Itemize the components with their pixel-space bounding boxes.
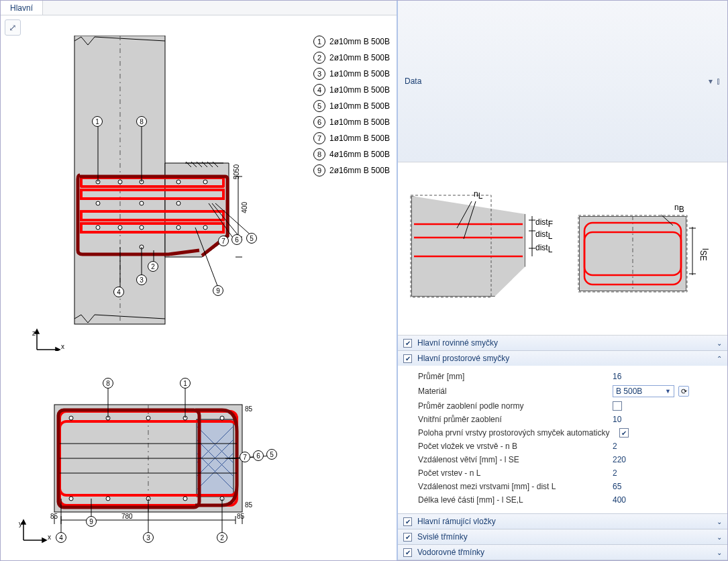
left-content: 12ø10mm B 500B 22ø10mm B 500B 31ø10mm B … — [1, 15, 397, 560]
svg-point-11 — [96, 225, 100, 230]
section-planar-loops: Hlavní rovinné smyčky ⌄ — [398, 336, 727, 351]
callout-num: 7 — [240, 452, 250, 462]
prop-row: Vzdálenost větví [mm] - l SE 220 — [418, 453, 722, 466]
section-checkbox[interactable] — [403, 354, 412, 363]
svg-rect-84 — [411, 195, 491, 297]
svg-point-10 — [176, 201, 180, 205]
legend-row: 31ø10mm B 500B — [313, 68, 390, 80]
section-header[interactable]: Svislé třmínky ⌄ — [398, 529, 727, 544]
axis-x2: x — [48, 533, 51, 541]
left-tab-bar: Hlavní — [1, 1, 397, 15]
prop-value-inner-radius[interactable]: 10 — [613, 415, 680, 424]
bend-radius-standard-checkbox[interactable] — [613, 401, 622, 411]
callout-num: 3 — [136, 274, 147, 285]
prop-label: Vzdálenost mezi vrstvami [mm] - dist L — [418, 482, 613, 491]
prop-label: Počet vrstev - n L — [418, 468, 613, 478]
legend-text: 1ø10mm B 500B — [329, 101, 390, 111]
auto-first-layer-checkbox[interactable] — [619, 428, 629, 438]
section-vertical-stirrups: Svislé třmínky ⌄ — [398, 529, 727, 545]
svg-point-60 — [220, 416, 224, 420]
tab-main[interactable]: Hlavní — [1, 1, 43, 15]
callout-num: 2 — [217, 532, 227, 543]
chevron-down-icon: ⌄ — [717, 533, 722, 541]
distF-label: distF — [535, 217, 553, 229]
distL1-label: distL — [535, 230, 552, 241]
dropdown-icon[interactable]: ▾ — [709, 76, 713, 86]
axis-y: y — [19, 520, 22, 527]
prop-row: Poloha první vrstvy prostorových smyček … — [418, 426, 722, 440]
section-checkbox[interactable] — [403, 339, 412, 348]
svg-point-61 — [69, 497, 73, 501]
legend-text: 1ø10mm B 500B — [329, 134, 390, 143]
pin-icon[interactable]: ⫿ — [717, 76, 721, 86]
svg-marker-81 — [42, 538, 46, 542]
section-body: Průměr [mm] 16 Materiál B 500B▼ ⟳ Průměr… — [398, 366, 727, 513]
prop-label: Počet vložek ve vrstvě - n B — [418, 442, 613, 451]
legend-text: 1ø10mm B 500B — [329, 85, 390, 95]
dim-85a: 85 — [50, 513, 58, 520]
chevron-down-icon: ⌄ — [717, 518, 722, 525]
svg-line-89 — [464, 201, 476, 239]
prop-row: Materiál B 500B▼ ⟳ — [418, 383, 722, 399]
svg-point-15 — [203, 225, 207, 230]
material-dropdown[interactable]: B 500B▼ — [613, 385, 674, 397]
lSE-label: lSE — [698, 248, 710, 261]
section-header[interactable]: Hlavní rovinné smyčky ⌄ — [398, 336, 727, 350]
figure-elevation: 1 8 2 3 4 9 7 6 5 400 5050 z x — [34, 36, 289, 351]
section-header[interactable]: Vodorovné třmínky ⌄ — [398, 545, 727, 560]
callout-num: 1 — [92, 116, 103, 127]
callout-num: 4 — [56, 532, 66, 543]
prop-value-lSEL[interactable]: 400 — [613, 495, 680, 505]
figure-plan: 8 1 7 6 5 4 9 3 2 780 85 85 85 85 y x — [21, 371, 289, 546]
svg-point-62 — [106, 497, 110, 501]
prop-row: Průměr [mm] 16 — [418, 370, 722, 383]
svg-point-58 — [146, 416, 150, 420]
section-framing-bars: Hlavní rámující vložky ⌄ — [398, 514, 727, 529]
prop-label: Poloha první vrstvy prostorových smyček … — [418, 428, 619, 438]
expand-view-button[interactable] — [5, 19, 21, 36]
legend-num: 8 — [313, 148, 325, 160]
section-checkbox[interactable] — [403, 517, 412, 526]
callout-num: 6 — [231, 234, 242, 245]
legend-num: 1 — [313, 36, 325, 48]
section-checkbox[interactable] — [403, 548, 412, 557]
refresh-button[interactable]: ⟳ — [678, 386, 689, 397]
prop-row: Vzdálenost mezi vrstvami [mm] - dist L 6… — [418, 480, 722, 493]
svg-marker-38 — [56, 348, 60, 351]
legend-num: 6 — [313, 116, 325, 128]
prop-row: Počet vložek ve vrstvě - n B 2 — [418, 440, 722, 453]
legend-num: 7 — [313, 132, 325, 144]
prop-label: Vzdálenost větví [mm] - l SE — [418, 455, 613, 464]
prop-value-nB[interactable]: 2 — [613, 442, 680, 451]
legend-row: 51ø10mm B 500B — [313, 100, 390, 112]
prop-value-diameter[interactable]: 16 — [613, 372, 680, 381]
callout-num: 4 — [113, 287, 124, 297]
legend-row: 71ø10mm B 500B — [313, 132, 390, 144]
legend-text: 2ø10mm B 500B — [329, 37, 390, 46]
distL2-label: distL — [535, 243, 552, 254]
callout-num: 5 — [246, 233, 257, 244]
section-horizontal-stirrups: Vodorovné třmínky ⌄ — [398, 545, 727, 560]
prop-label: Průměr [mm] — [418, 372, 613, 381]
data-panel-controls: ▾ ⫿ — [709, 76, 721, 86]
section-spatial-loops: Hlavní prostorové smyčky ⌃ Průměr [mm] 1… — [398, 351, 727, 514]
right-content: nL distF distL distL nB lSE Hlavní rovin… — [398, 162, 727, 560]
prop-value-nL[interactable]: 2 — [613, 468, 680, 478]
legend-row: 41ø10mm B 500B — [313, 84, 390, 96]
svg-line-98 — [658, 215, 673, 225]
svg-point-14 — [176, 225, 180, 230]
callout-num: 9 — [213, 285, 223, 296]
section-header[interactable]: Hlavní rámující vložky ⌄ — [398, 514, 727, 529]
dim-780: 780 — [121, 513, 133, 520]
prop-value-distL[interactable]: 65 — [613, 482, 680, 491]
data-panel-title-bar: Data ▾ ⫿ — [398, 1, 727, 162]
nL-label: nL — [474, 189, 482, 201]
section-header[interactable]: Hlavní prostorové smyčky ⌃ — [398, 351, 727, 366]
prop-label: Délka levé části [mm] - l SE,L — [418, 495, 613, 505]
prop-row: Vnitřní průměr zaoblení 10 — [418, 413, 722, 426]
svg-point-9 — [140, 201, 144, 205]
prop-value-lSE[interactable]: 220 — [613, 455, 680, 464]
section-checkbox[interactable] — [403, 533, 412, 542]
legend-text: 1ø10mm B 500B — [329, 117, 390, 127]
legend-row: 61ø10mm B 500B — [313, 116, 390, 128]
